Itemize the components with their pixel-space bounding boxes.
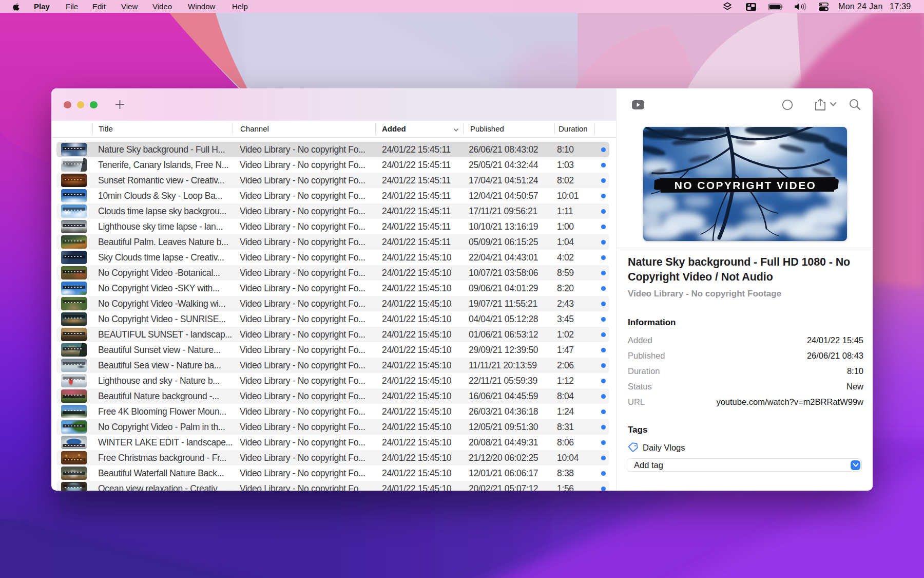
svg-text:NO COPYRIGHT VIDEO: NO COPYRIGHT VIDEO [675, 179, 817, 191]
